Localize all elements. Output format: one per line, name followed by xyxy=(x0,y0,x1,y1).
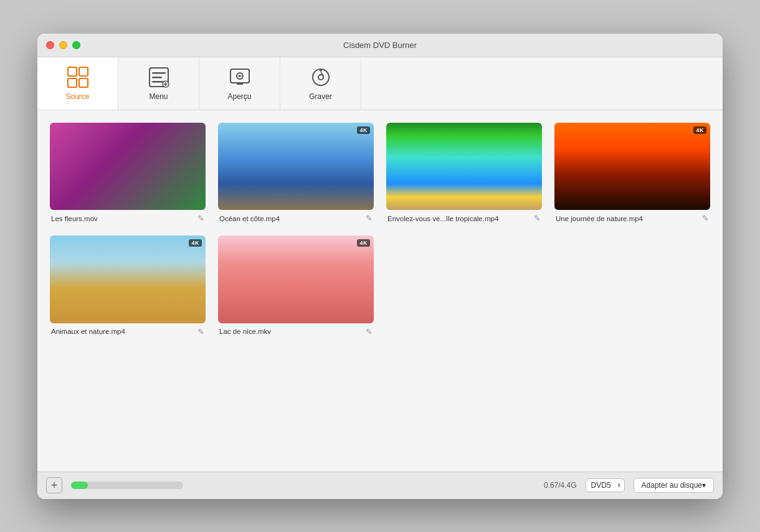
svg-rect-7 xyxy=(152,81,164,83)
svg-rect-12 xyxy=(237,83,243,85)
dvd-select-wrap[interactable]: DVD5 DVD9 xyxy=(586,478,625,492)
add-button[interactable]: + xyxy=(46,477,62,493)
svg-rect-5 xyxy=(152,72,166,74)
svg-rect-1 xyxy=(79,67,88,76)
progress-fill xyxy=(71,482,88,489)
edit-icon[interactable]: ✎ xyxy=(197,214,204,223)
progress-bar-container xyxy=(71,482,535,489)
edit-icon[interactable]: ✎ xyxy=(366,214,373,223)
video-meta: Océan et côte.mp4✎ xyxy=(218,214,374,223)
video-thumbnail[interactable]: 4K xyxy=(554,123,710,211)
tab-graver-label: Graver xyxy=(309,92,332,101)
edit-icon[interactable]: ✎ xyxy=(534,214,541,223)
video-meta: Animaux et nature.mp4✎ xyxy=(50,327,206,336)
window-title: Cisdem DVD Burner xyxy=(343,40,417,50)
edit-icon[interactable]: ✎ xyxy=(197,327,204,336)
edit-icon[interactable]: ✎ xyxy=(366,327,373,336)
video-thumbnail[interactable]: 4K xyxy=(218,123,374,211)
video-meta: Envolez-vous ve...île tropicale.mp4✎ xyxy=(386,214,542,223)
badge-4k: 4K xyxy=(693,126,706,134)
svg-marker-11 xyxy=(239,75,242,77)
badge-4k: 4K xyxy=(357,126,370,134)
window-controls xyxy=(46,41,80,49)
fit-button[interactable]: Adapter au disque▾ xyxy=(634,478,714,493)
tab-apercu-label: Aperçu xyxy=(227,92,251,101)
video-item: 4KLac de nice.mkv✎ xyxy=(218,235,374,336)
content-area: Les fleurs.mov✎4KOcéan et côte.mp4✎Envol… xyxy=(37,110,723,472)
video-item: 4KOcéan et côte.mp4✎ xyxy=(218,123,374,224)
source-icon xyxy=(67,66,89,88)
toolbar: Source Menu Aperçu xyxy=(37,57,723,110)
video-name: Océan et côte.mp4 xyxy=(219,215,280,222)
video-thumbnail[interactable] xyxy=(386,123,542,211)
video-name: Envolez-vous ve...île tropicale.mp4 xyxy=(387,215,498,222)
close-button[interactable] xyxy=(46,41,54,49)
svg-rect-0 xyxy=(68,67,77,76)
dvd-select[interactable]: DVD5 DVD9 xyxy=(586,478,625,492)
statusbar: + 0.67/4.4G DVD5 DVD9 Adapter au disque▾ xyxy=(37,472,723,499)
tab-menu-label: Menu xyxy=(149,92,168,101)
video-meta: Les fleurs.mov✎ xyxy=(50,214,206,223)
video-item: Les fleurs.mov✎ xyxy=(50,123,206,224)
video-thumbnail[interactable]: 4K xyxy=(50,235,206,323)
video-item: 4KUne journée de nature.mp4✎ xyxy=(554,123,710,224)
video-thumbnail[interactable]: 4K xyxy=(218,235,374,323)
video-name: Les fleurs.mov xyxy=(51,215,98,222)
video-name: Lac de nice.mkv xyxy=(219,328,271,335)
maximize-button[interactable] xyxy=(72,41,80,49)
tab-menu[interactable]: Menu xyxy=(118,57,199,110)
video-thumbnail[interactable] xyxy=(50,123,206,211)
graver-icon xyxy=(310,66,332,88)
progress-track xyxy=(71,482,183,489)
apercu-icon xyxy=(229,66,251,88)
storage-label: 0.67/4.4G xyxy=(544,481,577,490)
main-window: Cisdem DVD Burner Source Menu xyxy=(37,34,723,499)
svg-rect-6 xyxy=(152,77,162,78)
video-item: 4KAnimaux et nature.mp4✎ xyxy=(50,235,206,336)
video-name: Une journée de nature.mp4 xyxy=(556,215,643,222)
svg-point-15 xyxy=(320,69,322,72)
svg-rect-2 xyxy=(68,78,77,87)
tab-source-label: Source xyxy=(65,92,89,101)
video-name: Animaux et nature.mp4 xyxy=(51,328,125,335)
minimize-button[interactable] xyxy=(59,41,67,49)
badge-4k: 4K xyxy=(189,239,202,247)
tab-apercu[interactable]: Aperçu xyxy=(199,57,280,110)
badge-4k: 4K xyxy=(357,239,370,247)
edit-icon[interactable]: ✎ xyxy=(702,214,709,223)
titlebar: Cisdem DVD Burner xyxy=(37,34,723,57)
tab-source[interactable]: Source xyxy=(37,57,118,110)
tab-graver[interactable]: Graver xyxy=(280,57,361,110)
video-meta: Lac de nice.mkv✎ xyxy=(218,327,374,336)
menu-icon xyxy=(148,66,170,88)
svg-rect-3 xyxy=(79,78,88,87)
video-grid: Les fleurs.mov✎4KOcéan et côte.mp4✎Envol… xyxy=(50,123,710,336)
video-item: Envolez-vous ve...île tropicale.mp4✎ xyxy=(386,123,542,224)
video-meta: Une journée de nature.mp4✎ xyxy=(554,214,710,223)
